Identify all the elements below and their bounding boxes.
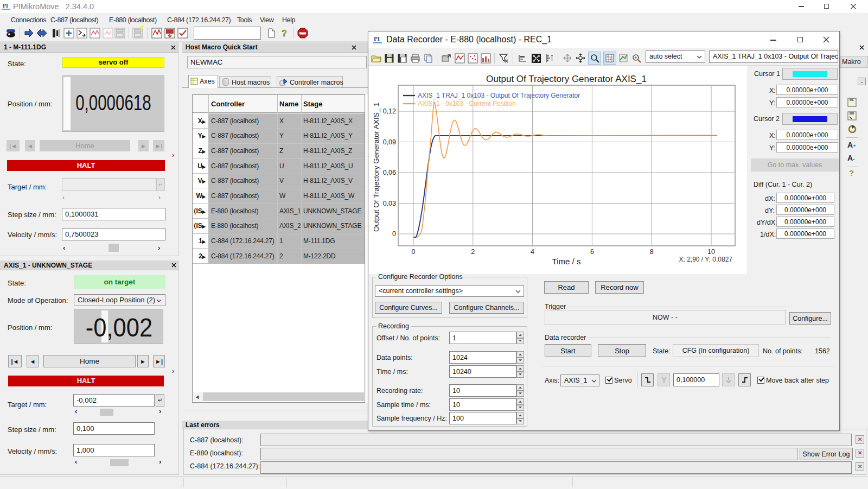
svg-text:0: 0: [412, 248, 416, 256]
svg-text:PI: PI: [374, 35, 380, 42]
svg-text:AXIS_1 TRAJ_1 0x103 - Output O: AXIS_1 TRAJ_1 0x103 - Output Of Trajecto…: [418, 92, 580, 99]
svg-text:PI: PI: [3, 3, 8, 9]
svg-text:1: 1: [607, 54, 609, 58]
svg-text:?: ?: [282, 29, 287, 38]
svg-text:8: 8: [650, 248, 654, 256]
svg-text:6: 6: [590, 248, 594, 256]
svg-text:2: 2: [471, 248, 475, 256]
svg-text:0,12: 0,12: [383, 107, 396, 115]
svg-text:0: 0: [392, 230, 396, 238]
svg-text:Output Of Trajectory Generator: Output Of Trajectory Generator AXIS_ 1: [372, 102, 380, 232]
svg-text:0,03: 0,03: [383, 200, 396, 207]
svg-text:2: 2: [610, 57, 611, 60]
svg-text:X: 2,90 / Y: 0,0827: X: 2,90 / Y: 0,0827: [679, 256, 732, 263]
svg-text:Output Of Trajectory Generator: Output Of Trajectory Generator AXIS_1: [486, 74, 647, 84]
svg-text:10: 10: [707, 248, 715, 256]
svg-text:0,09: 0,09: [383, 138, 396, 146]
svg-text:Time / s: Time / s: [552, 257, 581, 266]
svg-text:4: 4: [531, 248, 534, 256]
svg-text:0,06: 0,06: [383, 169, 396, 176]
svg-text:AXIS_1 - 0x103 - Current Posit: AXIS_1 - 0x103 - Current Position: [418, 100, 516, 107]
